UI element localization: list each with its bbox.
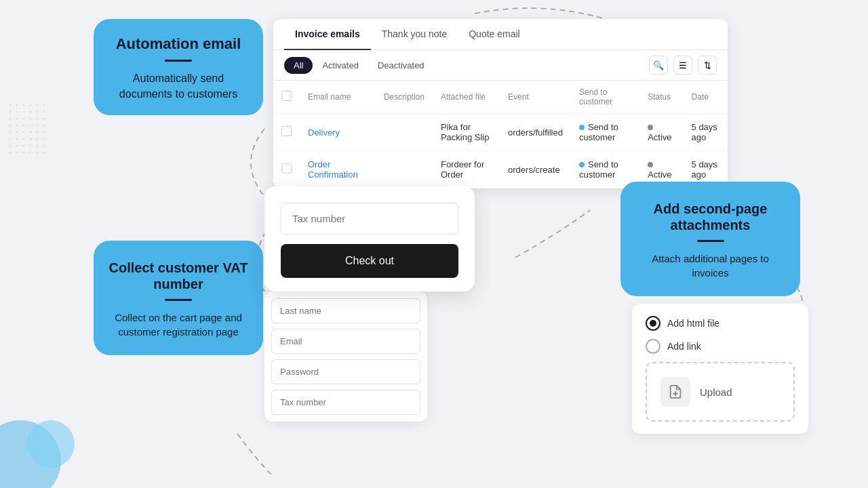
automation-divider [165, 60, 192, 62]
row-send-1: Send to customer [571, 114, 639, 151]
tab-quote-email[interactable]: Quote email [458, 19, 530, 50]
invoice-table: Email name Description Attached file Eve… [273, 81, 728, 188]
row-description-1 [376, 114, 433, 151]
invoice-tabs: Invoice emails Thank you note Quote emai… [273, 19, 728, 50]
attachments-divider [697, 240, 724, 242]
tab-invoice-emails[interactable]: Invoice emails [284, 19, 371, 50]
attachments-desc: Attach additional pages to invoices [634, 251, 787, 280]
registration-form [264, 291, 427, 422]
upload-label: Upload [700, 386, 732, 398]
radio-html-label: Add html file [667, 318, 719, 329]
upload-icon [660, 377, 690, 407]
radio-html-inner [650, 320, 656, 327]
sort-button[interactable]: ⇅ [698, 56, 717, 75]
row-status-1: Active [639, 114, 683, 151]
checkout-tax-input[interactable] [281, 203, 458, 235]
checkout-card: Check out [264, 186, 475, 291]
filter-deactivated[interactable]: Deactivated [368, 57, 434, 74]
select-all-checkbox[interactable] [281, 91, 292, 101]
row-checkbox-1[interactable] [281, 126, 292, 136]
filter-icons: 🔍 ☰ ⇅ [649, 56, 717, 75]
attachments-section-label: Add second-page attachments Attach addit… [620, 182, 800, 296]
radio-link-outer [646, 339, 660, 354]
upload-zone[interactable]: Upload [646, 362, 795, 422]
col-email-name: Email name [300, 81, 376, 114]
radio-add-link[interactable]: Add link [646, 339, 795, 354]
column-filter-button[interactable]: ☰ [673, 56, 692, 75]
attachments-title: Add second-page attachments [634, 201, 787, 233]
row-event-1: orders/fulfilled [500, 114, 571, 151]
vat-divider [165, 299, 192, 301]
row-date-1: 5 days ago [684, 114, 728, 151]
vat-desc: Collect on the cart page and customer re… [107, 310, 250, 339]
col-status: Status [639, 81, 683, 114]
search-filter-button[interactable]: 🔍 [649, 56, 668, 75]
filter-activated[interactable]: Activated [313, 57, 368, 74]
invoice-filter-row: All Activated Deactivated 🔍 ☰ ⇅ [273, 50, 728, 81]
automation-email-section-label: Automation email Automatically send docu… [94, 19, 263, 115]
filter-all[interactable]: All [284, 57, 313, 74]
row-event-2: orders/create [500, 151, 571, 188]
col-send-to-customer: Send to customer [571, 81, 639, 114]
automation-email-desc: Automatically send documents to customer… [107, 71, 250, 102]
tab-thank-you-note[interactable]: Thank you note [371, 19, 458, 50]
table-row: Delivery Pika for Packing Slip orders/fu… [273, 114, 728, 151]
vat-title: Collect customer VAT number [107, 260, 250, 292]
radio-html-outer [646, 316, 660, 331]
col-attached-file: Attached file [433, 81, 500, 114]
password-input[interactable] [271, 359, 420, 384]
dots-decoration [7, 102, 47, 156]
email-name-order-confirmation[interactable]: Order Confirmation [308, 159, 358, 180]
col-event: Event [500, 81, 571, 114]
radio-add-html[interactable]: Add html file [646, 316, 795, 331]
vat-section-label: Collect customer VAT number Collect on t… [94, 241, 263, 355]
lastname-input[interactable] [271, 298, 420, 323]
radio-link-label: Add link [667, 341, 701, 352]
row-attached-file-2: Fordeer for Order [433, 151, 500, 188]
row-checkbox-2[interactable] [281, 163, 292, 174]
email-name-delivery[interactable]: Delivery [308, 127, 340, 138]
col-description: Description [376, 81, 433, 114]
row-description-2 [376, 151, 433, 188]
checkout-button[interactable]: Check out [281, 244, 458, 278]
automation-email-title: Automation email [107, 35, 250, 53]
invoice-panel: Invoice emails Thank you note Quote emai… [273, 19, 728, 188]
col-date: Date [684, 81, 728, 114]
attachment-card: Add html file Add link Upload [632, 304, 808, 434]
email-input[interactable] [271, 329, 420, 354]
row-attached-file-1: Pika for Packing Slip [433, 114, 500, 151]
circle-decoration-2 [27, 420, 75, 468]
tax-number-input[interactable] [271, 390, 420, 415]
